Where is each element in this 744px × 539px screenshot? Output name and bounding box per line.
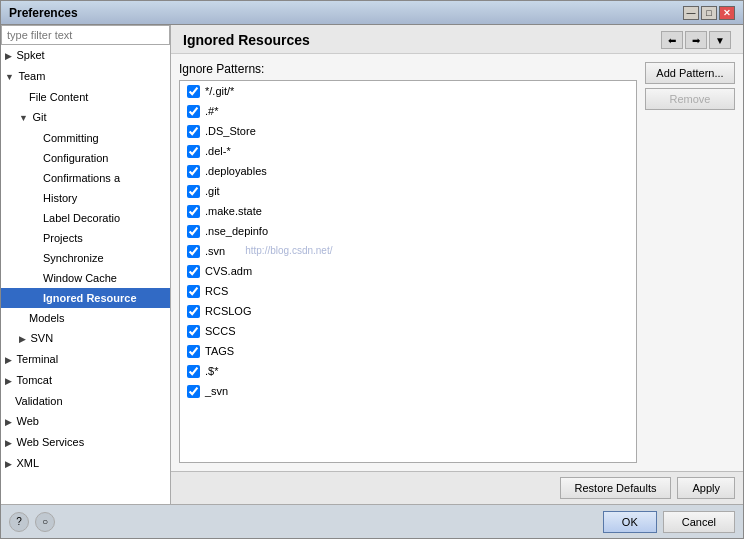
tree-item-ignored-resources[interactable]: Ignored Resource [1,288,170,308]
add-pattern-button[interactable]: Add Pattern... [645,62,735,84]
pattern-label-12: SCCS [205,322,236,340]
tree-item-git[interactable]: ▼ Git [1,107,170,128]
tree-item-spket[interactable]: ▶ Spket [1,45,170,66]
pattern-label-2: .DS_Store [205,122,256,140]
tree-item-committing[interactable]: Committing [1,128,170,148]
remove-button[interactable]: Remove [645,88,735,110]
tree-label-window-cache: Window Cache [43,272,117,284]
pattern-item: .git [180,181,636,201]
tree-item-validation[interactable]: Validation [1,391,170,411]
tree-label-models: Models [29,312,64,324]
pattern-item: TAGS [180,341,636,361]
pattern-checkbox-3[interactable] [187,145,200,158]
footer-bar: ? ○ OK Cancel [1,504,743,538]
pattern-item: .svnhttp://blog.csdn.net/ [180,241,636,261]
tree-item-web-services[interactable]: ▶ Web Services [1,432,170,453]
patterns-list[interactable]: */.git/*.#*.DS_Store.del-*.deployables.g… [179,80,637,463]
pattern-checkbox-12[interactable] [187,325,200,338]
pattern-item: _svn [180,381,636,401]
tree-item-models[interactable]: Models [1,308,170,328]
cancel-button[interactable]: Cancel [663,511,735,533]
patterns-section: Ignore Patterns: */.git/*.#*.DS_Store.de… [179,62,637,463]
nav-buttons: ⬅ ➡ ▼ [661,31,731,49]
pattern-item: CVS.adm [180,261,636,281]
pattern-checkbox-14[interactable] [187,365,200,378]
close-button[interactable]: ✕ [719,6,735,20]
watermark-text: http://blog.csdn.net/ [245,242,332,260]
tree-label-git: Git [32,111,46,123]
pattern-checkbox-11[interactable] [187,305,200,318]
tree-item-xml[interactable]: ▶ XML [1,453,170,474]
pattern-item: SCCS [180,321,636,341]
tree-label-svn: SVN [31,332,54,344]
help-icon[interactable]: ? [9,512,29,532]
tree-label-projects: Projects [43,232,83,244]
tree-item-synchronize[interactable]: Synchronize [1,248,170,268]
tree-item-configuration[interactable]: Configuration [1,148,170,168]
pattern-label-14: .$* [205,362,218,380]
tree-item-confirmations[interactable]: Confirmations a [1,168,170,188]
pattern-checkbox-15[interactable] [187,385,200,398]
pattern-checkbox-1[interactable] [187,105,200,118]
tree-item-window-cache[interactable]: Window Cache [1,268,170,288]
pattern-checkbox-9[interactable] [187,265,200,278]
tree-label-terminal: Terminal [17,353,59,365]
pattern-item: .#* [180,101,636,121]
info-icon[interactable]: ○ [35,512,55,532]
pattern-checkbox-6[interactable] [187,205,200,218]
tree-item-file-content[interactable]: File Content [1,87,170,107]
pattern-checkbox-4[interactable] [187,165,200,178]
pattern-checkbox-0[interactable] [187,85,200,98]
tree-label-file-content: File Content [29,91,88,103]
pattern-label-13: TAGS [205,342,234,360]
pattern-item: .nse_depinfo [180,221,636,241]
footer-ok-cancel: OK Cancel [603,511,735,533]
apply-button[interactable]: Apply [677,477,735,499]
tree-item-web[interactable]: ▶ Web [1,411,170,432]
minimize-button[interactable]: — [683,6,699,20]
tree-arrow-svn: ▶ [19,334,29,344]
pattern-label-0: */.git/* [205,82,234,100]
pattern-label-9: CVS.adm [205,262,252,280]
tree-item-terminal[interactable]: ▶ Terminal [1,349,170,370]
pattern-checkbox-8[interactable] [187,245,200,258]
right-header: Ignored Resources ⬅ ➡ ▼ [171,25,743,54]
tree-item-team[interactable]: ▼ Team [1,66,170,87]
tree-item-tomcat[interactable]: ▶ Tomcat [1,370,170,391]
tree-item-history[interactable]: History [1,188,170,208]
tree-label-team: Team [18,70,45,82]
footer-icons: ? ○ [9,512,55,532]
pattern-label-8: .svn [205,242,225,260]
tree-label-history: History [43,192,77,204]
pattern-checkbox-7[interactable] [187,225,200,238]
pattern-checkbox-2[interactable] [187,125,200,138]
title-bar: Preferences — □ ✕ [1,1,743,25]
tree-label-web: Web [17,415,39,427]
restore-defaults-button[interactable]: Restore Defaults [560,477,672,499]
tree-item-label-decoration[interactable]: Label Decoratio [1,208,170,228]
pattern-checkbox-13[interactable] [187,345,200,358]
tree-arrow-tomcat: ▶ [5,376,15,386]
maximize-button[interactable]: □ [701,6,717,20]
pattern-label-4: .deployables [205,162,267,180]
tree-label-ignored-resources: Ignored Resource [43,292,137,304]
pattern-item: .make.state [180,201,636,221]
pattern-checkbox-10[interactable] [187,285,200,298]
nav-dropdown-button[interactable]: ▼ [709,31,731,49]
pattern-label-7: .nse_depinfo [205,222,268,240]
pattern-checkbox-5[interactable] [187,185,200,198]
filter-input[interactable] [1,25,170,45]
tree-item-projects[interactable]: Projects [1,228,170,248]
pattern-item: */.git/* [180,81,636,101]
nav-forward-button[interactable]: ➡ [685,31,707,49]
ok-button[interactable]: OK [603,511,657,533]
pattern-item: .DS_Store [180,121,636,141]
tree-label-label-decoration: Label Decoratio [43,212,120,224]
tree-item-svn[interactable]: ▶ SVN [1,328,170,349]
pattern-item: RCSLOG [180,301,636,321]
tree-label-synchronize: Synchronize [43,252,104,264]
tree-label-validation: Validation [15,395,63,407]
nav-back-button[interactable]: ⬅ [661,31,683,49]
pattern-item: RCS [180,281,636,301]
tree-label-committing: Committing [43,132,99,144]
